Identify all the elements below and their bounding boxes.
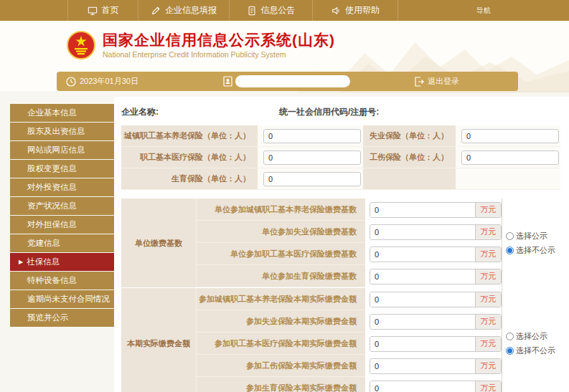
payment-base-publicity-group: 选择公示 选择不公示 [502, 199, 560, 287]
radio-option-show[interactable]: 选择公示 [506, 231, 560, 242]
medical-count-input[interactable] [263, 150, 361, 165]
insured-counts-table: 城镇职工基本养老保险（单位：人） 失业保险（单位：人） 职工基本医疗保险（单位：… [121, 125, 560, 190]
radio-option-hide[interactable]: 选择不公示 [506, 345, 560, 356]
nav-item-label: 信息公告 [261, 4, 296, 16]
company-name-label: 企业名称: [121, 106, 159, 118]
sidebar-item-label: 社保信息 [27, 257, 60, 267]
radio-option-show[interactable]: 选择公示 [506, 331, 560, 342]
radio-label: 选择公示 [516, 331, 547, 342]
unit-wanyuan: 万元 [475, 381, 501, 392]
sidebar-item-social-insurance[interactable]: ▶ 社保信息 [10, 253, 114, 271]
unemployment-count-input[interactable] [461, 129, 559, 143]
medical-count-cell [258, 147, 363, 168]
current-date: 2023年01月30日 [80, 76, 138, 87]
sidebar-item-party-building[interactable]: 党建信息 [10, 234, 114, 252]
sidebar: 企业基本信息 股东及出资信息 网站或网店信息 股权变更信息 对外投资信息 资产状… [0, 97, 114, 392]
unemployment-count-cell [456, 125, 560, 147]
sidebar-item-overdue-contracts[interactable]: 逾期尚未支付合同情况 [10, 290, 114, 308]
sidebar-item-assets[interactable]: 资产状况信息 [10, 197, 114, 215]
nav-item-label: 首页 [102, 4, 119, 16]
date-bar: 2023年01月30日 退出登录 [57, 72, 518, 91]
sidebar-item-label: 预览并公示 [27, 312, 69, 323]
injury-count-input[interactable] [461, 150, 559, 165]
payment-base-group-label: 单位缴费基数 [121, 199, 197, 287]
nav-item-label: 使用帮助 [345, 4, 380, 16]
nav-spacer [0, 0, 67, 21]
sidebar-item-label: 股东及出资信息 [27, 126, 85, 137]
actual-payment-publicity-group: 选择公示 选择不公示 [502, 288, 560, 392]
actual-medical-input[interactable] [370, 337, 475, 351]
top-nav: 首页 企业信息填报 信息公告 使用帮助 导航 [0, 0, 569, 21]
sidebar-item-label: 股权变更信息 [27, 163, 77, 174]
sidebar-item-label: 特种设备信息 [27, 275, 77, 286]
nav-right-navigation[interactable]: 导航 [398, 0, 569, 21]
sidebar-item-label: 资产状况信息 [27, 201, 77, 211]
base-medical-input[interactable] [370, 247, 475, 262]
nav-item-help[interactable]: 使用帮助 [312, 0, 398, 21]
base-medical-label: 单位参加职工基本医疗保险缴费基数 [197, 243, 365, 265]
bulletin-icon [247, 6, 257, 16]
actual-maternity-label: 参加生育保险本期实际缴费金额 [197, 377, 365, 392]
sidebar-item-website[interactable]: 网站或网店信息 [10, 141, 114, 159]
base-unemployment-input[interactable] [370, 225, 475, 239]
actual-injury-cell: 万元 [365, 355, 502, 377]
radio-option-hide[interactable]: 选择不公示 [506, 245, 560, 256]
active-arrow-icon: ▶ [19, 259, 23, 265]
actual-maternity-input[interactable] [370, 381, 475, 392]
medical-count-label: 职工基本医疗保险（单位：人） [121, 147, 258, 168]
unit-wanyuan: 万元 [475, 247, 501, 262]
radio-label: 选择公示 [516, 231, 547, 242]
sidebar-item-label: 逾期尚未支付合同情况 [27, 294, 110, 305]
actual-injury-input[interactable] [370, 359, 475, 373]
base-medical-cell: 万元 [365, 243, 502, 265]
sidebar-item-label: 企业基本信息 [27, 107, 77, 118]
sidebar-item-investment[interactable]: 对外投资信息 [10, 178, 114, 196]
maternity-count-label: 生育保险（单位：人） [121, 168, 258, 190]
maternity-count-cell [258, 168, 363, 190]
base-unemployment-label: 单位参加失业保险缴费基数 [197, 221, 365, 243]
brand-text: 国家企业信用信息公示系统(山东) National Enterprise Cre… [103, 32, 335, 59]
actual-unemployment-label: 参加失业保险本期实际缴费金额 [197, 310, 365, 333]
credit-code-label: 统一社会信用代码/注册号: [279, 106, 379, 118]
radio-checked-icon[interactable] [506, 247, 514, 254]
nav-item-report[interactable]: 企业信息填报 [138, 0, 229, 21]
nav-item-bulletin[interactable]: 信息公告 [229, 0, 312, 21]
logout-button[interactable]: 退出登录 [414, 76, 459, 87]
unit-wanyuan: 万元 [475, 315, 501, 329]
unemployment-count-label: 失业保险（单位：人） [363, 125, 456, 147]
nav-item-home[interactable]: 首页 [67, 0, 138, 21]
pension-count-input[interactable] [263, 129, 361, 143]
unit-wanyuan: 万元 [475, 337, 501, 351]
logged-in-company-pill [235, 75, 350, 87]
actual-pension-input[interactable] [370, 292, 475, 307]
sidebar-item-special-equipment[interactable]: 特种设备信息 [10, 272, 114, 290]
radio-unchecked-icon[interactable] [506, 232, 514, 240]
monitor-icon [88, 6, 98, 16]
base-pension-input[interactable] [370, 203, 475, 217]
sidebar-item-label: 对外担保信息 [27, 219, 77, 230]
radio-checked-icon[interactable] [506, 347, 514, 355]
pen-icon [151, 6, 161, 16]
actual-payment-table: 本期实际缴费金额 参加城镇职工基本养老保险本期实际缴费金额 万元 选择公示 选择… [121, 288, 560, 392]
pension-count-label: 城镇职工基本养老保险（单位：人） [121, 125, 258, 147]
actual-unemployment-input[interactable] [370, 315, 475, 329]
clock-icon [66, 77, 76, 87]
logout-icon [414, 77, 424, 87]
sidebar-item-shareholders[interactable]: 股东及出资信息 [10, 123, 114, 140]
payment-base-table: 单位缴费基数 单位参加城镇职工基本养老保险缴费基数 万元 选择公示 选择不公示 … [121, 199, 560, 287]
radio-unchecked-icon[interactable] [506, 333, 514, 340]
site-subtitle: National Enterprise Credit Information P… [103, 50, 335, 59]
unit-wanyuan: 万元 [475, 292, 501, 307]
sidebar-item-preview-publish[interactable]: 预览并公示 [10, 309, 114, 327]
actual-pension-label: 参加城镇职工基本养老保险本期实际缴费金额 [197, 288, 365, 310]
content: 企业基本信息 股东及出资信息 网站或网店信息 股权变更信息 对外投资信息 资产状… [0, 97, 569, 392]
sidebar-item-basic-info[interactable]: 企业基本信息 [10, 104, 114, 122]
actual-maternity-cell: 万元 [365, 377, 502, 392]
sidebar-item-equity-change[interactable]: 股权变更信息 [10, 160, 114, 178]
empty-label-cell [363, 168, 456, 190]
base-unemployment-cell: 万元 [365, 221, 502, 243]
unit-wanyuan: 万元 [475, 359, 501, 373]
base-maternity-input[interactable] [370, 269, 475, 284]
sidebar-item-guarantee[interactable]: 对外担保信息 [10, 216, 114, 234]
maternity-count-input[interactable] [263, 172, 361, 186]
